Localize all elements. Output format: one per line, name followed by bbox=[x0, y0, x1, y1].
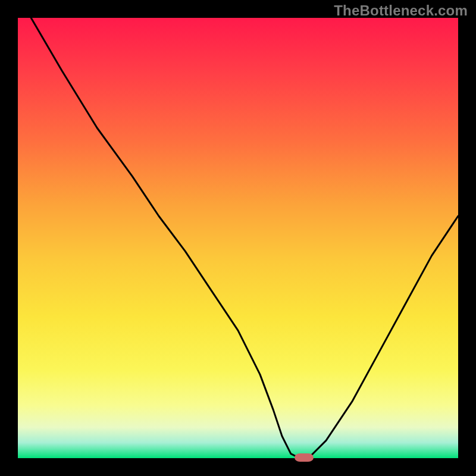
chart-svg bbox=[0, 0, 476, 476]
bottleneck-chart: TheBottleneck.com bbox=[0, 0, 476, 476]
watermark-text: TheBottleneck.com bbox=[334, 2, 468, 19]
plot-area bbox=[18, 18, 458, 458]
optimal-point-marker bbox=[295, 453, 314, 462]
